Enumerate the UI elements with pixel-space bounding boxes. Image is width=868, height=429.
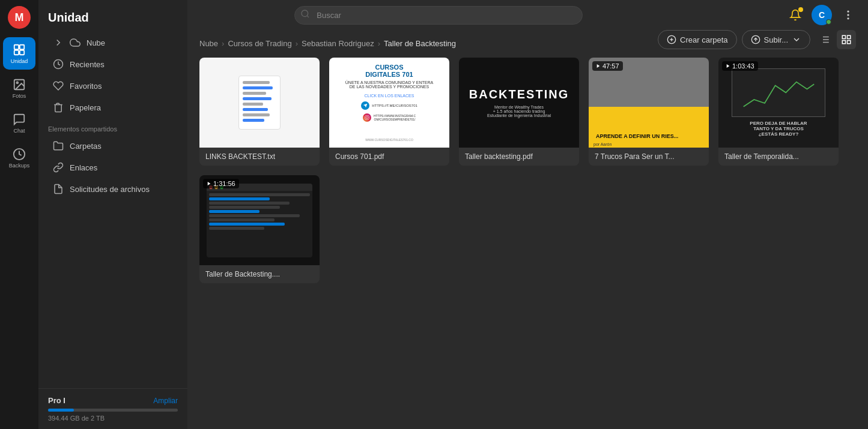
- sidebar-item-fotos[interactable]: Fotos: [3, 72, 35, 104]
- icon-bar-label-fotos: Fotos: [13, 93, 26, 99]
- breadcrumb-cursos[interactable]: Cursos de Trading: [228, 39, 291, 48]
- storage-usage-text: 394.44 GB de 2 TB: [48, 415, 178, 422]
- nav-label-solicitudes: Solicitudes de archivos: [70, 185, 150, 194]
- breadcrumb-sep-1: ›: [222, 39, 224, 48]
- icon-bar-label-unidad: Unidad: [11, 58, 28, 64]
- file-thumb-cursos-701: CURSOSDIGITALES 701 ÚNETE A NUESTRA COMU…: [329, 58, 449, 148]
- topbar-right: C: [785, 5, 858, 25]
- video-duration-temporalidad: 1:03:43: [722, 61, 758, 71]
- breadcrumb-sebastian[interactable]: Sebastian Rodriguez: [302, 39, 374, 48]
- file-thumb-taller-backtesting-vid: 1:31:56: [199, 175, 320, 265]
- svg-rect-1: [20, 44, 24, 49]
- notifications-button[interactable]: [785, 5, 806, 25]
- breadcrumb-taller: Taller de Backtesting: [384, 39, 456, 48]
- svg-line-9: [307, 16, 309, 17]
- upload-label: Subir...: [764, 35, 788, 44]
- content-area: Nube › Cursos de Trading › Sebastian Rod…: [187, 30, 868, 429]
- user-avatar-button[interactable]: C: [812, 5, 832, 25]
- storage-bar-background: [48, 409, 178, 412]
- breadcrumb-sep-3: ›: [378, 39, 380, 48]
- topbar: C: [187, 0, 868, 30]
- search-input[interactable]: [294, 6, 583, 25]
- file-card-cursos-701[interactable]: CURSOSDIGITALES 701 ÚNETE A NUESTRA COMU…: [329, 58, 449, 166]
- svg-point-5: [16, 82, 18, 83]
- nav-label-nube: Nube: [86, 38, 105, 47]
- avatar-letter: C: [819, 10, 825, 20]
- file-card-7trucos[interactable]: APRENDE A DEFINIR UN RIES... por Aarón 4…: [589, 58, 709, 166]
- create-folder-label: Crear carpeta: [680, 35, 727, 44]
- svg-rect-24: [842, 35, 845, 38]
- sidebar-nav-enlaces[interactable]: Enlaces: [43, 157, 183, 178]
- svg-rect-2: [14, 50, 19, 54]
- sidebar-nav-favoritos[interactable]: Favoritos: [43, 76, 183, 96]
- shared-section-label: Elementos compartidos: [38, 118, 187, 135]
- storage-bar-fill: [48, 409, 74, 412]
- sidebar-item-chat[interactable]: Chat: [3, 107, 35, 139]
- sidebar-title: Unidad: [38, 0, 187, 32]
- online-indicator: [826, 19, 831, 25]
- view-toggle: [815, 30, 856, 49]
- search-icon: [300, 9, 310, 21]
- sidebar-nav-nube[interactable]: Nube: [43, 32, 183, 53]
- file-label-7trucos: 7 Trucos Para Ser un T...: [589, 148, 709, 166]
- svg-marker-32: [208, 182, 211, 185]
- icon-bar-label-chat: Chat: [13, 128, 25, 134]
- svg-point-12: [848, 18, 849, 19]
- file-label-taller-backtesting-vid: Taller de Backtesting....: [199, 265, 320, 283]
- storage-upgrade-button[interactable]: Ampliar: [153, 397, 178, 405]
- icon-bar: M Unidad Fotos Chat Backups: [0, 0, 38, 429]
- nav-label-recientes: Recientes: [70, 60, 105, 69]
- file-card-taller-temporalidad[interactable]: PERO DEJA DE HABLARTANTO Y DA TRUCOS¿EST…: [718, 58, 839, 166]
- breadcrumb: Nube › Cursos de Trading › Sebastian Rod…: [199, 32, 456, 56]
- nav-label-papelera: Papelera: [70, 103, 101, 112]
- breadcrumb-sep-2: ›: [296, 39, 298, 48]
- svg-marker-30: [597, 64, 600, 68]
- storage-plan-name: Pro I: [48, 396, 65, 405]
- svg-point-29: [366, 116, 368, 118]
- storage-section: Pro I Ampliar 394.44 GB de 2 TB: [38, 388, 187, 429]
- svg-rect-25: [848, 35, 851, 38]
- breadcrumb-nube[interactable]: Nube: [199, 39, 218, 48]
- file-label-taller-backtesting-pdf: Taller backtesting.pdf: [459, 148, 579, 166]
- file-card-taller-backtesting-vid[interactable]: 1:31:56 Taller de Backtesting....: [199, 175, 320, 283]
- sidebar: Unidad Nube Recientes Favoritos Papelera…: [38, 0, 187, 429]
- sidebar-nav-recientes[interactable]: Recientes: [43, 54, 183, 74]
- sidebar-nav-solicitudes[interactable]: Solicitudes de archivos: [43, 179, 183, 199]
- svg-point-10: [848, 11, 849, 12]
- file-thumb-taller-backtesting: BACKTESTING Mentor de Wealthy Trades+ 1.…: [459, 58, 579, 148]
- file-thumb-taller-temporalidad: PERO DEJA DE HABLARTANTO Y DA TRUCOS¿EST…: [718, 58, 839, 148]
- main-area: C Nube › Cursos de Trading › Sebastian R…: [187, 0, 868, 429]
- files-grid: LINKS BACKTEST.txt CURSOSDIGITALES 701 Ú…: [199, 58, 856, 283]
- more-options-button[interactable]: [838, 5, 858, 25]
- file-label-links-backtest: LINKS BACKTEST.txt: [199, 148, 320, 166]
- sidebar-nav-carpetas[interactable]: Carpetas: [43, 136, 183, 156]
- svg-rect-3: [20, 50, 24, 54]
- nav-label-carpetas: Carpetas: [70, 142, 102, 151]
- sidebar-item-unidad[interactable]: Unidad: [3, 37, 35, 70]
- file-card-links-backtest[interactable]: LINKS BACKTEST.txt: [199, 58, 320, 166]
- nav-label-enlaces: Enlaces: [70, 163, 97, 172]
- svg-marker-31: [727, 64, 730, 68]
- file-thumb-links-backtest: [199, 58, 320, 148]
- toolbar: Crear carpeta Subir...: [658, 30, 856, 49]
- svg-rect-28: [365, 116, 369, 120]
- nav-label-favoritos: Favoritos: [70, 82, 102, 91]
- file-label-taller-temporalidad: Taller de Temporalida...: [718, 148, 839, 166]
- search-bar-container: [294, 6, 583, 25]
- sidebar-nav-papelera[interactable]: Papelera: [43, 97, 183, 118]
- sidebar-item-backups[interactable]: Backups: [3, 142, 35, 174]
- create-folder-button[interactable]: Crear carpeta: [658, 30, 736, 49]
- grid-view-button[interactable]: [837, 30, 856, 49]
- list-view-button[interactable]: [815, 30, 834, 49]
- notification-dot: [798, 7, 803, 12]
- app-logo: M: [8, 6, 31, 29]
- icon-bar-label-backups: Backups: [9, 163, 30, 169]
- video-duration-7trucos: 47:57: [592, 61, 623, 71]
- upload-button[interactable]: Subir...: [742, 30, 810, 49]
- svg-point-8: [302, 10, 308, 17]
- svg-rect-27: [848, 41, 851, 44]
- svg-point-11: [848, 14, 849, 16]
- file-card-taller-backtesting-pdf[interactable]: BACKTESTING Mentor de Wealthy Trades+ 1.…: [459, 58, 579, 166]
- svg-rect-26: [842, 41, 845, 44]
- video-duration-backtesting-vid: 1:31:56: [203, 179, 239, 188]
